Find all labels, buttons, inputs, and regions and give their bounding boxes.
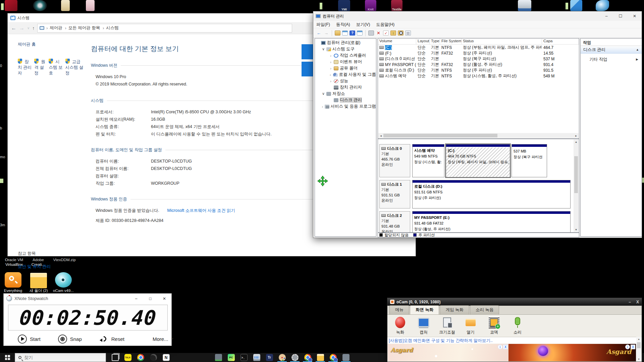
security-maintenance-link[interactable]: 보안 및 유지 관리 [18,264,51,269]
palette-icon[interactable] [276,353,288,362]
console-tree-icon[interactable] [335,31,340,36]
tree-item[interactable]: 서비스 및 응용 프로그램 [315,103,376,110]
chrome-profile2-icon[interactable] [327,353,339,362]
task-view-icon[interactable] [109,353,121,362]
expander-icon[interactable] [329,54,332,58]
pycharm-icon[interactable]: PC [225,353,237,362]
expander-icon[interactable] [322,92,325,96]
partition-c-drive[interactable]: (C:) 464.70 GB NTFS 정상 (부팅, 페이지 파일, 크래시 … [446,144,510,177]
everything-icon[interactable] [5,272,21,288]
acrobat-icon[interactable] [5,0,17,11]
new-folder-icon[interactable] [30,273,47,288]
ad-banner[interactable]: Asgard i X [388,344,508,361]
close-button[interactable]: ✕ [157,294,171,303]
forward-button[interactable]: → [19,25,24,31]
lock-download-icon[interactable] [212,353,225,362]
volume-row[interactable]: (디스크 0 파티션 3) 단순 기본 정상 (복구 파티션) 537 M [378,56,579,62]
mark-active-icon[interactable]: ✓ [383,31,389,36]
horizontal-scrollbar[interactable]: ◂ ▸ [378,133,579,138]
scrollbar-thumb[interactable] [383,134,497,137]
tree-item[interactable]: 장치 관리자 [315,84,376,90]
volume-row[interactable]: 시스템 예약 단순 기본 NTFS 정상 (시스템, 활성, 주 파티션) 54… [378,73,579,79]
breadcrumb[interactable]: 시스템 [106,25,119,31]
blue-swirl-icon[interactable] [596,0,609,11]
tree-item[interactable]: 공유 폴더 [315,65,376,71]
tree-item[interactable]: 성능 [315,78,376,84]
disk-1-label[interactable]: 디스크 1 기본 931.51 GB 온라인 [379,180,410,208]
history-dropdown-icon[interactable]: ∨ [27,26,30,30]
ad-info-icon[interactable]: i [498,345,502,349]
chrome-profile-icon[interactable] [301,353,314,362]
desktop-icon-label[interactable]: oCam v49... [51,288,76,293]
help-icon[interactable]: ? [350,31,355,36]
tree-item-label[interactable]: 디스크 관리 [340,97,362,103]
blue-flag-icon[interactable] [570,0,582,11]
tree-item-label[interactable]: 이벤트 뷰어 [340,59,362,65]
tab[interactable]: 게임 녹화 [440,305,469,314]
maximize-button[interactable]: □ [143,294,157,303]
start-button[interactable]: Start [18,335,41,344]
tree-item-label[interactable]: 시스템 도구 [332,46,355,52]
ocam-app-icon[interactable] [55,272,72,288]
volume-row[interactable]: 로컬 디스크 (D:) 단순 기본 NTFS 정상 (주 파티션) 931.5 [378,67,579,73]
tree-item-label[interactable]: 성능 [340,78,348,84]
tab[interactable]: 소리 녹음 [470,305,499,314]
desktop-icon-label[interactable]: VtexDDM.zip [50,257,78,262]
ad-banner[interactable]: Asgard i X [508,344,636,361]
minimize-button[interactable]: – [599,11,613,21]
minimize-button[interactable]: – [129,294,143,303]
chrome-icon[interactable] [134,353,147,362]
sound-icon[interactable]: 소리 [508,316,527,335]
vertical-scrollbar[interactable]: ▴ ▾ [636,337,641,361]
snap-button[interactable]: Snap [58,335,82,344]
ad-close-icon[interactable]: X [503,345,508,349]
scroll-up-icon[interactable]: ▴ [574,140,579,143]
kakaotalk-icon[interactable]: TALK [121,353,134,362]
expander-icon[interactable] [329,79,332,83]
actions-section-header[interactable]: 디스크 관리 ▲ [581,46,642,54]
ocam-titlebar[interactable]: oCam (0, 0, 1920, 1080) – X [387,298,642,306]
scroll-down-icon[interactable]: ▾ [636,358,641,361]
tree-item[interactable]: 이벤트 뷰어 [315,59,376,65]
partition-d-drive[interactable]: 로컬 디스크 (D:) 931.51 GB NTFS 정상 (주 파티션) [412,180,571,208]
more-actions-item[interactable]: 기타 작업 ▶ [581,56,642,63]
stopwatch-titlebar[interactable]: XNote Stopwatch – □ ✕ [4,294,171,303]
usage-link[interactable]: [사용법]오캠 메인화면 구성 및 기능 간략하게 알아보기.. [387,337,642,344]
start-button[interactable] [0,353,15,362]
taskbar-search[interactable] [15,353,106,362]
scroll-right-icon[interactable]: ▸ [574,134,579,137]
resource-monitor-icon[interactable] [250,353,263,362]
ad-info-icon[interactable]: i [625,345,630,349]
close-button[interactable]: X [636,300,639,304]
disk-2-label[interactable]: 디스크 2 기본 931.48 GB 온라인 [379,211,410,233]
table-header[interactable]: Volume Layout Type File System Status Ca… [378,39,579,45]
properties-icon[interactable] [405,31,411,36]
find-icon[interactable] [398,31,404,36]
tree-item[interactable]: 컴퓨터 관리(로컬) [315,40,376,46]
lens-icon[interactable] [33,0,47,11]
menu-item[interactable]: 보기(V) [353,22,373,27]
record-icon[interactable]: 녹화 [391,316,410,335]
cm-titlebar[interactable]: 컴퓨터 관리 – ☐ ✕ [313,11,642,21]
minimize-button[interactable]: – [629,300,631,304]
maximize-button[interactable]: ☐ [613,11,628,21]
scroll-up-icon[interactable]: ▴ [636,338,641,341]
file-explorer-icon[interactable] [314,353,327,362]
expander-icon[interactable] [329,73,332,77]
license-terms-link[interactable]: Microsoft 소프트웨어 사용 조건 읽기 [167,207,235,214]
ad-close-icon[interactable]: X [631,345,635,349]
breadcrumb[interactable]: 모든 제어판 항목› [68,25,104,31]
breadcrumb[interactable]: 제어판› [50,25,66,31]
show-console-icon[interactable] [342,31,348,36]
vertical-scrollbar[interactable]: ▴ ▾ [574,139,579,232]
tree-item[interactable]: 작업 스케줄러 [315,52,376,59]
textile-icon[interactable]: Textile [391,0,402,11]
open-icon[interactable]: 열기 [461,316,480,335]
tree-item-label[interactable]: 장치 관리자 [340,84,362,90]
refresh-icon[interactable] [368,31,374,36]
volume-row[interactable]: MY PASSPORT (E:) 단순 기본 FAT32 정상 (활성, 주 파… [378,62,579,67]
expander-icon[interactable] [322,105,323,109]
resize-icon[interactable]: 크기조절 [438,316,457,335]
collapse-icon[interactable]: ▲ [636,48,639,51]
reset-button[interactable]: Reset [99,335,124,344]
